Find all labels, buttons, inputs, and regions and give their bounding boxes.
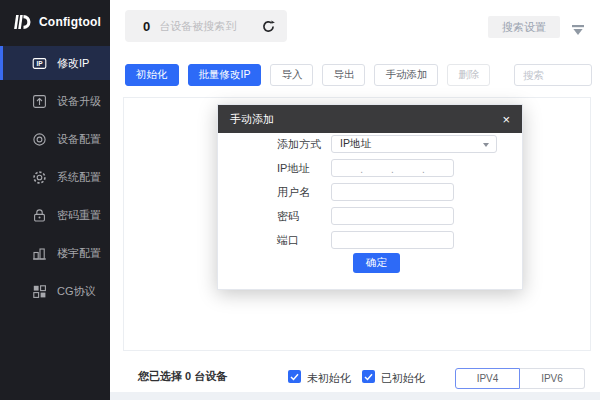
sidebar-item-building-config[interactable]: 楼宇配置 bbox=[0, 236, 110, 270]
sidebar-item-label: 设备升级 bbox=[57, 94, 101, 109]
device-count-box: 0 台设备被搜索到 bbox=[125, 10, 287, 42]
password-row: 密码 bbox=[218, 207, 522, 225]
app-title: Configtool bbox=[39, 15, 101, 29]
delete-button[interactable]: 删除 bbox=[447, 64, 490, 86]
device-count-text: 台设备被搜索到 bbox=[159, 19, 259, 34]
sidebar-item-label: 设备配置 bbox=[57, 132, 101, 147]
search-settings-button[interactable]: 搜索设置 bbox=[488, 16, 560, 38]
device-upgrade-icon bbox=[32, 94, 47, 109]
selection-count-text: 您已选择 0 台设备 bbox=[138, 369, 227, 384]
add-method-value: IP地址 bbox=[340, 137, 371, 151]
checkbox-initialized[interactable] bbox=[362, 370, 375, 383]
sidebar-item-device-config[interactable]: 设备配置 bbox=[0, 122, 110, 156]
logo: Configtool bbox=[0, 0, 110, 42]
init-button[interactable]: 初始化 bbox=[125, 64, 179, 86]
chevron-down-icon bbox=[483, 143, 489, 147]
add-method-select[interactable]: IP地址 bbox=[331, 135, 497, 153]
cg-protocol-icon bbox=[32, 284, 47, 299]
ip-separator: . bbox=[422, 164, 425, 175]
ip-separator: . bbox=[391, 164, 394, 175]
device-count: 0 bbox=[143, 19, 150, 34]
sidebar-item-label: 密码重置 bbox=[57, 208, 101, 223]
sidebar-item-label: 楼宇配置 bbox=[57, 246, 101, 261]
checkbox-initialized-label[interactable]: 已初始化 bbox=[381, 371, 425, 386]
confirm-button[interactable]: 确定 bbox=[353, 253, 400, 273]
building-config-icon bbox=[32, 246, 47, 261]
modal-header: 手动添加 × bbox=[218, 105, 522, 133]
modal-title: 手动添加 bbox=[230, 112, 274, 127]
port-field[interactable] bbox=[331, 231, 454, 249]
ip-separator: . bbox=[360, 164, 363, 175]
port-row: 端口 bbox=[218, 231, 522, 249]
username-field[interactable] bbox=[331, 183, 454, 201]
sidebar: Configtool IP 修改IP 设备升级 设备配置 bbox=[0, 0, 110, 400]
device-config-icon bbox=[32, 132, 47, 147]
sidebar-item-cg-protocol[interactable]: CG协议 bbox=[0, 274, 110, 308]
toolbar: 初始化 批量修改IP 导入 导出 手动添加 删除 bbox=[125, 64, 592, 86]
filter-collapse-icon[interactable] bbox=[571, 24, 585, 36]
sidebar-item-label: 修改IP bbox=[57, 56, 89, 71]
sidebar-item-modify-ip[interactable]: IP 修改IP bbox=[0, 46, 110, 80]
export-button[interactable]: 导出 bbox=[322, 64, 365, 86]
port-label: 端口 bbox=[277, 231, 299, 249]
checkbox-uninitialized[interactable] bbox=[288, 370, 301, 383]
refresh-icon[interactable] bbox=[259, 17, 277, 35]
batch-modify-ip-button[interactable]: 批量修改IP bbox=[188, 64, 262, 86]
import-button[interactable]: 导入 bbox=[270, 64, 313, 86]
svg-text:IP: IP bbox=[36, 60, 43, 67]
add-method-label: 添加方式 bbox=[277, 135, 321, 153]
ipv6-button[interactable]: IPV6 bbox=[520, 368, 585, 389]
ipv4-button[interactable]: IPV4 bbox=[455, 368, 520, 389]
add-method-row: 添加方式 IP地址 bbox=[218, 135, 522, 153]
logo-icon bbox=[12, 12, 32, 32]
sidebar-item-label: 系统配置 bbox=[57, 170, 101, 185]
sidebar-item-password-reset[interactable]: 密码重置 bbox=[0, 198, 110, 232]
close-icon[interactable]: × bbox=[502, 113, 510, 126]
system-config-icon bbox=[32, 170, 47, 185]
bottom-strip bbox=[110, 392, 600, 400]
password-label: 密码 bbox=[277, 207, 299, 225]
username-label: 用户名 bbox=[277, 183, 310, 201]
checkbox-uninitialized-label[interactable]: 未初始化 bbox=[307, 371, 351, 386]
manual-add-modal: 手动添加 × 添加方式 IP地址 IP地址 . . . 用户名 密码 bbox=[217, 104, 523, 290]
ip-address-input[interactable]: . . . bbox=[331, 159, 454, 177]
sidebar-item-system-config[interactable]: 系统配置 bbox=[0, 160, 110, 194]
ip-address-row: IP地址 . . . bbox=[218, 159, 522, 177]
manual-add-button[interactable]: 手动添加 bbox=[374, 64, 438, 86]
ip-address-label: IP地址 bbox=[277, 159, 309, 177]
username-row: 用户名 bbox=[218, 183, 522, 201]
sidebar-item-device-upgrade[interactable]: 设备升级 bbox=[0, 84, 110, 118]
sidebar-menu: IP 修改IP 设备升级 设备配置 系统配置 bbox=[0, 46, 110, 308]
app-window: Configtool IP 修改IP 设备升级 设备配置 bbox=[0, 0, 600, 400]
ip-icon: IP bbox=[32, 56, 47, 71]
password-field[interactable] bbox=[331, 207, 454, 225]
sidebar-item-label: CG协议 bbox=[57, 284, 96, 299]
toolbar-search-input[interactable] bbox=[514, 64, 592, 86]
password-reset-icon bbox=[32, 208, 47, 223]
